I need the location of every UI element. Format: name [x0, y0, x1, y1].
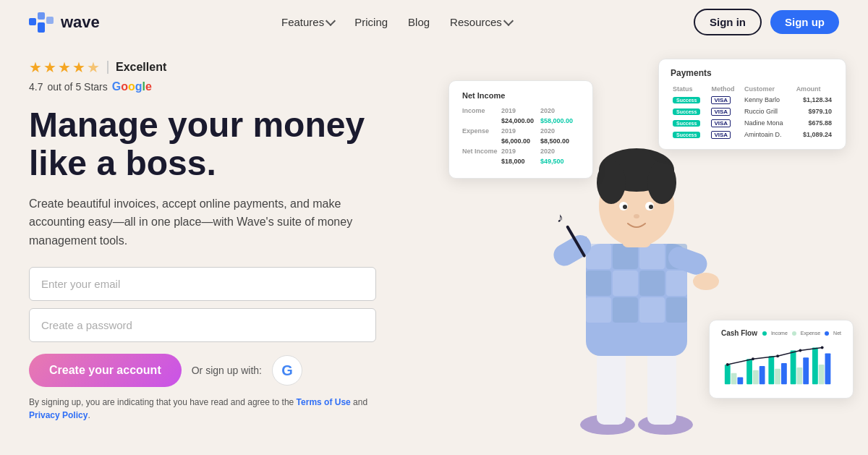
- svg-rect-37: [586, 297, 611, 323]
- email-input[interactable]: [29, 267, 376, 301]
- chevron-down-icon: [503, 16, 514, 26]
- chevron-down-icon: [326, 16, 336, 26]
- google-signin-button[interactable]: G: [272, 355, 302, 386]
- svg-rect-15: [803, 357, 809, 384]
- star-1: ★: [29, 59, 42, 76]
- svg-point-19: [726, 363, 729, 366]
- svg-rect-1: [38, 12, 45, 20]
- svg-rect-13: [791, 350, 796, 384]
- star-rating: ★ ★ ★ ★ ★: [29, 59, 100, 76]
- svg-rect-31: [639, 244, 665, 269]
- expense-values: $6,000.00 $8,500.00: [462, 137, 579, 145]
- svg-rect-34: [613, 271, 638, 296]
- svg-rect-8: [753, 370, 759, 385]
- svg-rect-40: [666, 297, 687, 323]
- svg-point-47: [647, 161, 676, 204]
- income-card-title: Net Income: [462, 91, 579, 100]
- privacy-policy-link[interactable]: Privacy Policy: [29, 410, 88, 420]
- payments-title: Payments: [671, 68, 834, 78]
- signup-form: [29, 267, 405, 342]
- svg-rect-36: [666, 271, 687, 296]
- signup-button[interactable]: Sign up: [770, 10, 839, 34]
- nav-pricing[interactable]: Pricing: [354, 16, 388, 28]
- nav-resources[interactable]: Resources: [450, 16, 512, 28]
- col-method: Method: [709, 84, 742, 94]
- col-status: Status: [671, 84, 709, 94]
- col-amount: Amount: [794, 84, 834, 94]
- svg-rect-26: [597, 345, 626, 425]
- svg-point-51: [649, 205, 653, 209]
- hero-illustration: Net Income Income 2019 2020 $24,000.00 $…: [434, 59, 839, 442]
- table-row: Success VISA Ruccio Grill $979.10: [671, 106, 834, 117]
- svg-rect-35: [639, 271, 665, 296]
- svg-point-54: [693, 273, 719, 290]
- rating-row: ★ ★ ★ ★ ★ Excellent: [29, 59, 405, 76]
- svg-point-46: [597, 161, 626, 204]
- star-4: ★: [72, 59, 85, 76]
- svg-rect-27: [647, 345, 676, 425]
- nav-actions: Sign in Sign up: [694, 9, 839, 35]
- star-5-half: ★: [87, 59, 100, 76]
- nav-links: Features Pricing Blog Resources: [281, 16, 512, 28]
- signin-button[interactable]: Sign in: [694, 9, 762, 35]
- svg-point-23: [821, 346, 824, 349]
- or-text: Or sign up with:: [192, 365, 262, 376]
- payments-card: Payments Status Method Customer Amount S…: [658, 59, 846, 150]
- excellent-label: Excellent: [107, 61, 166, 74]
- payments-table: Status Method Customer Amount Success VI…: [671, 84, 834, 140]
- svg-rect-10: [768, 356, 774, 384]
- form-actions: Create your account Or sign up with: G: [29, 354, 405, 387]
- legend-expense-dot: [792, 331, 796, 336]
- hero-section: ★ ★ ★ ★ ★ Excellent 4.7 out of 5 Stars G…: [0, 44, 868, 442]
- svg-rect-5: [731, 373, 737, 385]
- star-2: ★: [43, 59, 56, 76]
- nav-features[interactable]: Features: [281, 16, 334, 28]
- svg-point-20: [752, 357, 754, 360]
- svg-rect-39: [639, 297, 665, 323]
- svg-rect-18: [825, 353, 831, 384]
- table-row: Success VISA Amintoain D. $1,089.24: [671, 129, 834, 140]
- svg-rect-14: [796, 367, 802, 384]
- svg-rect-38: [613, 297, 638, 323]
- cashflow-legend: Income Expense Net: [762, 331, 841, 336]
- cashflow-card: Cash Flow Income Expense Net: [709, 320, 854, 399]
- svg-rect-7: [746, 359, 752, 384]
- svg-rect-11: [775, 369, 780, 384]
- svg-point-21: [776, 354, 779, 357]
- expense-header: Expense 2019 2020: [462, 127, 579, 135]
- cashflow-header: Cash Flow Income Expense Net: [721, 329, 841, 337]
- terms-text: By signing up, you are indicating that y…: [29, 396, 376, 422]
- password-input[interactable]: [29, 308, 376, 342]
- nav-blog[interactable]: Blog: [408, 16, 430, 28]
- svg-rect-12: [781, 363, 787, 384]
- legend-net-dot: [825, 331, 829, 336]
- table-row: Success VISA Kenny Barlo $1,128.34: [671, 94, 834, 106]
- hero-headline: Manage your money like a boss.: [29, 106, 405, 183]
- navbar: wave Features Pricing Blog Resources Sig…: [0, 0, 868, 44]
- svg-rect-2: [38, 22, 45, 33]
- svg-rect-9: [760, 366, 765, 384]
- svg-rect-3: [46, 17, 54, 24]
- google-logo: Google: [112, 80, 152, 93]
- legend-income-dot: [762, 331, 767, 336]
- logo[interactable]: wave: [29, 12, 100, 33]
- create-account-button[interactable]: Create your account: [29, 354, 182, 387]
- google-icon: G: [281, 362, 293, 379]
- svg-rect-0: [29, 18, 36, 25]
- rating-sub: 4.7 out of 5 Stars Google: [29, 80, 405, 93]
- svg-rect-16: [812, 348, 818, 385]
- svg-rect-6: [737, 378, 743, 385]
- svg-point-52: [634, 214, 639, 218]
- col-customer: Customer: [742, 84, 794, 94]
- svg-rect-30: [613, 244, 638, 269]
- svg-point-22: [799, 349, 801, 352]
- income-header: Income 2019 2020: [462, 107, 579, 114]
- table-row: Success VISA Nadine Mona $675.88: [671, 117, 834, 129]
- svg-rect-33: [586, 271, 611, 296]
- income-card: Net Income Income 2019 2020 $24,000.00 $…: [448, 80, 593, 179]
- net-values: $18,000 $49,500: [462, 158, 579, 165]
- cashflow-chart: [721, 343, 841, 386]
- terms-of-use-link[interactable]: Terms of Use: [297, 397, 351, 407]
- cashflow-title: Cash Flow: [721, 329, 757, 337]
- svg-rect-17: [819, 365, 825, 384]
